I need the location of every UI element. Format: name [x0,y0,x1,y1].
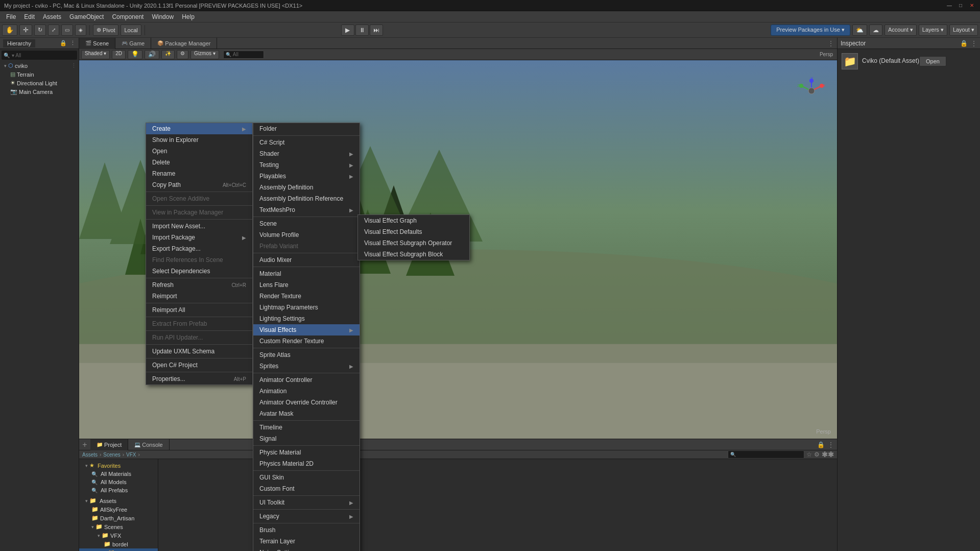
assets-section[interactable]: ▾ 📁 Assets [79,496,158,505]
hierarchy-lock-icon[interactable]: 🔒 [60,40,67,46]
inspector-content: 📁 Cviko (Default Asset) Open [838,49,980,78]
audio-button[interactable]: 🔊 [145,50,159,59]
menu-component[interactable]: Component [108,12,148,21]
tab-console-label: Console [142,442,162,448]
tab-game[interactable]: 🎮 Game [115,38,151,49]
darth-item[interactable]: 📁 Darth_Artisan [79,514,158,522]
fx-button[interactable]: ✨ [161,50,175,59]
toolbar-rotate-tool[interactable]: ↻ [34,25,46,36]
tab-scene[interactable]: 🎬 Scene [79,38,115,49]
scene-view[interactable]: X Z Y Persp [79,60,837,439]
hierarchy-item-directional-light[interactable]: ☀ Directional Light [0,79,79,87]
scene-panel-more[interactable]: ⋮ [828,40,834,47]
cviko-item[interactable]: ▾ 📁 cviko [79,548,158,551]
search-icon-small: 🔍 [91,471,98,477]
pause-button[interactable]: ⏸ [355,25,369,36]
project-lock-icon[interactable]: 🔒 [817,441,825,448]
layout-button[interactable]: Layout ▾ [949,25,978,36]
menu-help[interactable]: Help [178,12,199,21]
hierarchy-tab[interactable]: Hierarchy [3,39,35,47]
inspector-more-icon[interactable]: ⋮ [971,40,977,47]
vfx-label: VFX [110,533,121,539]
play-button[interactable]: ▶ [341,25,354,36]
project-more2-icon[interactable]: ✱✱ [822,450,834,459]
breadcrumb-assets[interactable]: Assets [82,452,98,458]
toolbar-local-btn[interactable]: Local [121,25,141,36]
scene-toolbar: Shaded ▾ 2D 💡 🔊 ✨ ⚙ Gizmos ▾ 🔍 All Persp [79,49,837,60]
tab-project[interactable]: 📁 Project [90,439,128,450]
allsky-item[interactable]: 📁 AllSkyFree [79,505,158,514]
maximize-button[interactable]: □ [957,2,965,10]
project-more-icon[interactable]: ⋮ [828,441,834,448]
pivot-label: Pivot [103,27,115,33]
settings-icon[interactable]: ⚙ [814,451,820,458]
toolbar-pivot-btn[interactable]: ⊕ Pivot [93,25,118,36]
project-search-input[interactable]: 🔍 [728,450,804,459]
play-controls: ▶ ⏸ ⏭ [341,25,383,36]
toolbar-move-tool[interactable]: ✛ [19,25,32,36]
inspector-open-button[interactable]: Open [919,56,946,66]
titlebar-title: My project - cviko - PC, Mac & Linux Sta… [4,3,302,9]
toolbar-transform-tool[interactable]: ◈ [75,25,86,36]
bordel-item[interactable]: 📁 bordel [79,540,158,548]
step-button[interactable]: ⏭ [370,25,383,36]
favorite-icon[interactable]: ☆ [806,451,812,458]
hierarchy-more-icon[interactable]: ⋮ [70,40,76,46]
titlebar-buttons: — □ ✕ [945,2,976,10]
account-button[interactable]: Account ▾ [885,25,917,36]
preview-packages-button[interactable]: Preview Packages in Use ▾ [771,25,850,36]
all-materials-item[interactable]: 🔍 All Materials [79,470,158,478]
menu-edit[interactable]: Edit [20,12,39,21]
darth-folder-icon: 📁 [91,515,99,521]
gizmos-label: Gizmos ▾ [194,51,216,56]
lights-button[interactable]: 💡 [128,50,142,59]
svg-point-35 [808,88,815,94]
toolbar-scale-tool[interactable]: ⤢ [48,25,59,36]
minimize-button[interactable]: — [945,2,953,10]
hierarchy-search-icon: 🔍 [4,53,10,58]
all-models-item[interactable]: 🔍 All Models [79,478,158,486]
tab-package-manager[interactable]: 📦 Package Manager [151,38,217,49]
all-prefabs-item[interactable]: 🔍 All Prefabs [79,486,158,494]
tab-project-label: Project [104,442,122,448]
all-models-label: All Models [101,479,127,485]
collab-button[interactable]: ⛅ [852,25,867,36]
cloud-button[interactable]: ☁ [869,25,882,36]
layers-label: Layers ▾ [922,27,944,33]
inspector-tab-label[interactable]: Inspector [841,40,866,47]
svg-text:Y: Y [810,76,814,81]
menu-assets[interactable]: Assets [39,12,65,21]
tab-console[interactable]: 💻 Console [128,439,169,450]
shaded-arrow: ▾ [104,51,106,56]
search-icon-small2: 🔍 [91,480,98,485]
menu-file[interactable]: File [2,12,20,21]
inspector-lock-icon[interactable]: 🔒 [960,40,968,47]
breadcrumb-vfx[interactable]: VFX [126,452,136,458]
shaded-button[interactable]: Shaded ▾ [81,50,110,59]
hierarchy-item-more[interactable]: ⋮ [71,62,77,69]
layers-button[interactable]: Layers ▾ [919,25,947,36]
gizmos-button[interactable]: Gizmos ▾ [190,50,219,59]
camera-icon: 📷 [10,88,17,95]
breadcrumb-scenes[interactable]: Scenes [103,452,120,458]
hierarchy-panel: Hierarchy 🔒 ⋮ 🔍 ▾ All ▾ ⬡ cviko ⋮ ▤ Terr… [0,38,79,551]
toolbar: ✋ ✛ ↻ ⤢ ▭ ◈ ⊕ Pivot Local ▶ ⏸ ⏭ Preview … [0,22,980,38]
menu-window[interactable]: Window [148,12,178,21]
main-layout: Hierarchy 🔒 ⋮ 🔍 ▾ All ▾ ⬡ cviko ⋮ ▤ Terr… [0,38,980,551]
vfx-item[interactable]: ▾ 📁 VFX [79,531,158,540]
hierarchy-item-terrain[interactable]: ▤ Terrain [0,70,79,79]
add-bottom-tab[interactable]: + [79,439,90,450]
breadcrumb: Assets › Scenes › VFX › [82,452,140,458]
favorites-section[interactable]: ▾ ★ Favorites [79,461,158,470]
scenes-item[interactable]: ▾ 📁 Scenes [79,522,158,531]
menu-gameobject[interactable]: GameObject [65,12,108,21]
hierarchy-item-cviko[interactable]: ▾ ⬡ cviko ⋮ [0,61,79,70]
close-button[interactable]: ✕ [968,2,976,10]
hierarchy-search[interactable]: 🔍 ▾ All [2,51,77,60]
toolbar-rect-tool[interactable]: ▭ [61,25,73,36]
2d-button[interactable]: 2D [112,50,126,59]
toolbar-hand-tool[interactable]: ✋ [2,25,17,36]
scene-view-effects[interactable]: ⚙ [177,50,188,59]
hierarchy-item-main-camera[interactable]: 📷 Main Camera [0,87,79,96]
preview-packages-label: Preview Packages in Use ▾ [776,27,845,33]
